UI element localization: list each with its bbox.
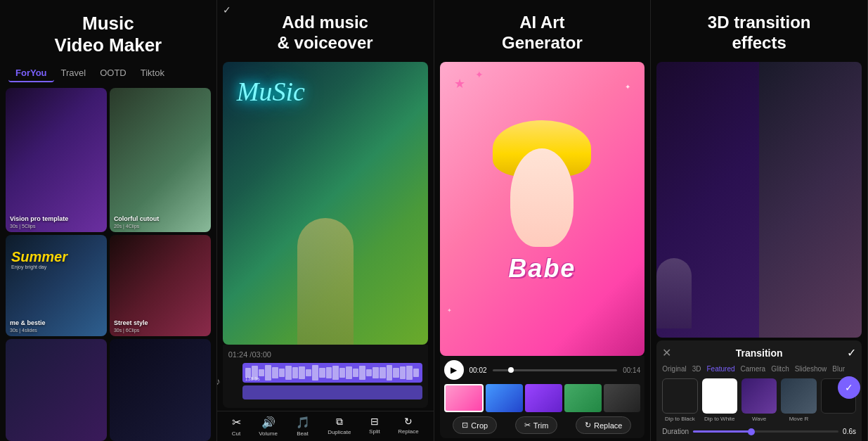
duration-slider[interactable] — [693, 430, 838, 433]
thumbnail-3[interactable] — [525, 384, 562, 412]
tab-travel[interactable]: Travel — [54, 65, 93, 82]
tab-blur[interactable]: Blur — [832, 365, 845, 373]
replace-icon-3: ↻ — [585, 421, 591, 430]
tab-3d[interactable]: 3D — [692, 365, 701, 373]
tab-slideshow[interactable]: Slideshow — [795, 365, 827, 373]
panel-3-title-area: AI Art Generator — [434, 0, 651, 62]
grid-cell-2[interactable]: Colorful cutout 20s | 4Clips — [110, 88, 211, 232]
trans-label-move-r: Move R — [789, 416, 809, 422]
panel-4-title: 3D transition effects — [662, 13, 856, 53]
split-label: Split — [369, 428, 380, 435]
duplicate-label: Duplicate — [328, 429, 351, 435]
audio-track-1[interactable]: 138.9s — [242, 363, 422, 383]
cell-4-label: Street style — [114, 319, 148, 326]
audio-track-2[interactable] — [242, 385, 422, 400]
fab-icon: ✓ — [845, 382, 853, 393]
cell-1-sublabel: 30s | 5Clips — [10, 224, 35, 229]
duration-label: Duration — [662, 428, 689, 435]
confirm-button[interactable]: ✓ — [847, 346, 856, 359]
tab-tiktok[interactable]: Tiktok — [134, 65, 171, 82]
trans-label-dip-black: Dip to Black — [665, 416, 695, 422]
panel-ai-art-generator: AI Art Generator ★ ✦ Babe ✦ ✦ ▶ 00:02 00… — [434, 0, 652, 441]
panel-1-title-area: Music Video Maker — [0, 0, 216, 65]
thumbnail-5[interactable] — [604, 384, 641, 412]
track-label: 138.9s — [245, 376, 260, 381]
trim-button[interactable]: ✂ Trim — [515, 416, 558, 434]
barbie-preview: ★ ✦ Babe ✦ ✦ — [440, 62, 645, 356]
tab-original[interactable]: Original — [662, 365, 686, 373]
tab-camera[interactable]: Camera — [741, 365, 766, 373]
crop-button[interactable]: ⊡ Crop — [453, 416, 497, 434]
trim-icon: ✂ — [524, 421, 531, 430]
barbie-text: Babe — [508, 254, 576, 283]
content-grid: Vision pro template 30s | 5Clips Colorfu… — [0, 88, 216, 441]
close-button[interactable]: ✕ — [662, 346, 671, 359]
duration-value: 0.6s — [843, 428, 856, 435]
timeline-area: 01:24 /03:00 ♪ — [223, 345, 428, 408]
tab-featured[interactable]: Featured — [707, 365, 735, 373]
toolbar-btn-volume[interactable]: 🔊 Volume — [259, 416, 278, 437]
volume-icon: 🔊 — [261, 416, 276, 429]
toolbar-btn-cut[interactable]: ✂ Cut — [232, 416, 241, 437]
split-screen-preview — [656, 62, 862, 338]
panel-2-title-area: Add music & voiceover — [217, 0, 434, 62]
cell-1-label: Vision pro template — [10, 215, 68, 222]
replace-button[interactable]: ↻ Replace — [576, 416, 631, 434]
music-neon-text: MuSic — [237, 76, 305, 107]
split-icon: ⊟ — [370, 416, 379, 427]
tab-foryou[interactable]: ForYou — [8, 65, 54, 82]
grid-cell-5[interactable] — [6, 339, 107, 441]
replace-label-3: Replace — [594, 421, 622, 430]
transition-header: ✕ Transition ✓ — [662, 346, 856, 359]
barbie-body — [510, 148, 574, 247]
replace-icon: ↻ — [404, 416, 413, 427]
grid-cell-6[interactable] — [110, 339, 211, 441]
slider-dot — [748, 428, 755, 435]
toolbar-btn-replace[interactable]: ↻ Replace — [398, 416, 418, 437]
trans-cell-move-r[interactable]: Move R — [781, 378, 816, 422]
cut-label: Cut — [232, 430, 240, 437]
split-right — [759, 62, 862, 338]
current-time: 01:24 — [228, 350, 248, 359]
replace-label: Replace — [398, 428, 418, 435]
playback-area: ▶ 00:02 00:14 ⊡ Crop ✂ Trim ↻ — [440, 356, 645, 438]
beat-label: Beat — [297, 430, 308, 437]
toolbar-btn-split[interactable]: ⊟ Split — [369, 416, 380, 437]
star-icon-2: ✦ — [475, 69, 484, 80]
panel-music-voiceover: Add music & voiceover MuSic 01:24 /03:00… — [217, 0, 434, 441]
trans-cell-wave[interactable]: Wave — [741, 378, 777, 422]
toolbar-btn-beat[interactable]: 🎵 Beat — [296, 416, 310, 437]
thumbnail-1[interactable] — [444, 384, 484, 412]
cell-3-sublabel: 30s | 4slides — [10, 328, 37, 333]
play-button[interactable]: ▶ — [444, 360, 464, 380]
progress-dot — [508, 367, 514, 373]
transition-panel-title: Transition — [736, 347, 783, 359]
grid-cell-summer[interactable]: Summer Enjoy bright day me & bestie 30s … — [6, 235, 107, 337]
panel-2-title: Add music & voiceover — [228, 13, 422, 53]
thumbnail-2[interactable] — [486, 384, 523, 412]
trans-cell-dip-white[interactable]: Dip to White — [702, 378, 737, 422]
tab-ootd[interactable]: OOTD — [93, 65, 134, 82]
fab-button[interactable]: ✓ — [838, 376, 860, 399]
thumbnail-4[interactable] — [564, 384, 602, 412]
trans-thumb-wave — [741, 378, 777, 414]
total-time: /03:00 — [250, 350, 271, 359]
tabs-row: ForYou Travel OOTD Tiktok — [0, 65, 216, 88]
trans-cell-dip-black[interactable]: Dip to Black — [662, 378, 697, 422]
transition-panel: ✕ Transition ✓ Original 3D Featured Came… — [656, 340, 862, 441]
grid-cell-4[interactable]: Street style 30s | 6Clips — [110, 235, 211, 337]
time-display: 01:24 /03:00 — [228, 350, 422, 359]
panel-1-title: Music Video Maker — [11, 13, 205, 56]
cut-icon: ✂ — [232, 416, 241, 429]
panel-music-video-maker: Music Video Maker ForYou Travel OOTD Tik… — [0, 0, 217, 441]
check-icon[interactable]: ✓ — [223, 4, 231, 15]
progress-bar[interactable] — [493, 369, 618, 371]
beat-icon: 🎵 — [296, 416, 310, 429]
grid-cell-1[interactable]: Vision pro template 30s | 5Clips — [6, 88, 107, 232]
toolbar-btn-duplicate[interactable]: ⧉ Duplicate — [328, 416, 351, 437]
duration-row: Duration 0.6s — [662, 428, 856, 435]
video-preview-2: MuSic — [223, 62, 428, 345]
trans-thumb-dip-white — [702, 378, 737, 414]
tab-glitch[interactable]: Glitch — [771, 365, 789, 373]
action-row: ⊡ Crop ✂ Trim ↻ Replace — [444, 416, 641, 434]
